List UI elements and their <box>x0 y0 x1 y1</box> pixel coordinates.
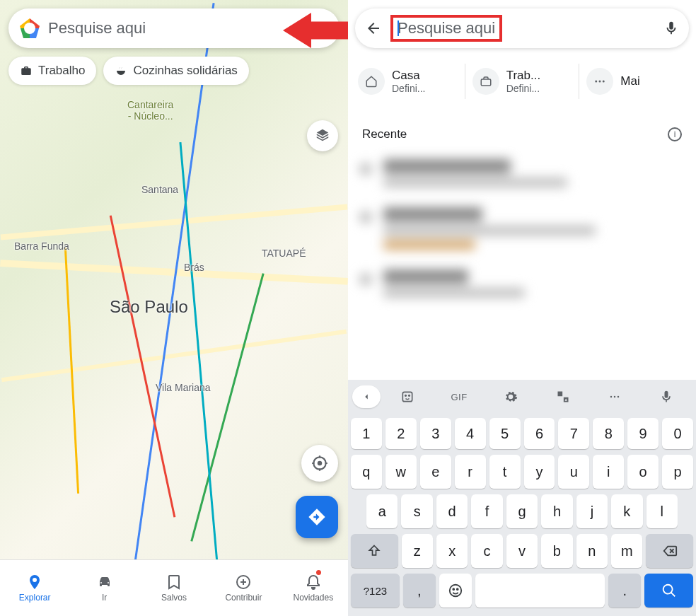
my-location-button[interactable] <box>301 445 338 482</box>
kb-collapse-button[interactable] <box>352 385 381 408</box>
nav-novidades[interactable]: Novidades <box>279 560 348 616</box>
key-n[interactable]: n <box>576 534 608 568</box>
key-i[interactable]: i <box>593 455 624 489</box>
key-symbols[interactable]: ?123 <box>351 574 400 608</box>
nav-salvos[interactable]: Salvos <box>139 560 209 616</box>
nav-explorar[interactable]: Explorar <box>0 560 69 616</box>
info-button[interactable]: i <box>668 127 682 141</box>
key-0[interactable]: 0 <box>662 418 693 449</box>
key-u[interactable]: u <box>558 455 589 489</box>
key-2[interactable]: 2 <box>385 418 417 449</box>
key-e[interactable]: e <box>420 455 451 489</box>
recent-list <box>359 159 685 318</box>
key-o[interactable]: o <box>627 455 659 489</box>
kb-voice-button[interactable] <box>642 380 692 414</box>
map-label-sao-paulo[interactable]: São Paulo <box>110 297 188 317</box>
key-d[interactable]: d <box>436 494 468 528</box>
nav-label: Salvos <box>161 593 187 603</box>
kb-gif-button[interactable]: GIF <box>434 380 484 414</box>
crosshair-icon <box>311 454 329 472</box>
key-period[interactable]: . <box>608 574 641 608</box>
key-j[interactable]: j <box>576 494 608 528</box>
kb-more-button[interactable] <box>589 380 639 414</box>
key-enter[interactable] <box>644 574 693 608</box>
key-9[interactable]: 9 <box>627 418 659 449</box>
home-icon <box>358 68 385 95</box>
plus-circle-icon <box>235 574 252 591</box>
recent-item[interactable] <box>359 207 685 250</box>
shortcut-trabalho[interactable]: Trab... Defini... <box>465 64 580 99</box>
kb-sticker-button[interactable] <box>382 380 432 414</box>
key-emoji[interactable] <box>439 574 472 608</box>
backspace-icon <box>662 543 678 559</box>
key-5[interactable]: 5 <box>489 418 521 449</box>
key-m[interactable]: m <box>611 534 642 568</box>
search-input[interactable]: Pesquise aqui <box>390 15 502 42</box>
shortcut-title: Mai <box>620 74 639 88</box>
chip-cozinhas-solidarias[interactable]: Cozinhas solidárias <box>103 57 248 85</box>
key-g[interactable]: g <box>506 494 538 528</box>
key-a[interactable]: a <box>366 494 398 528</box>
shortcut-casa[interactable]: Casa Defini... <box>351 64 465 99</box>
svg-point-4 <box>596 81 598 83</box>
key-comma[interactable]: , <box>403 574 436 608</box>
voice-search-button[interactable] <box>663 21 679 36</box>
back-button[interactable] <box>365 20 382 37</box>
layers-button[interactable] <box>307 120 338 151</box>
map-label-vila-mariana[interactable]: Vila Mariana <box>156 382 211 393</box>
key-z[interactable]: z <box>402 534 433 568</box>
key-space[interactable] <box>475 574 605 608</box>
search-icon <box>661 583 677 598</box>
recent-item[interactable] <box>359 269 685 298</box>
key-h[interactable]: h <box>541 494 572 528</box>
key-w[interactable]: w <box>385 455 417 489</box>
kb-row-zxcv: z x c v b n m <box>351 534 693 568</box>
nav-contribuir[interactable]: Contribuir <box>209 560 278 616</box>
map-label-barra-funda[interactable]: Barra Funda <box>14 240 69 252</box>
map-label-bras[interactable]: Brás <box>184 262 204 273</box>
key-c[interactable]: c <box>471 534 502 568</box>
kb-row-bottom: ?123 , . <box>351 574 693 608</box>
gear-icon <box>504 390 518 404</box>
key-k[interactable]: k <box>611 494 642 528</box>
directions-fab[interactable] <box>296 496 338 538</box>
kb-translate-button[interactable] <box>538 380 588 414</box>
nav-ir[interactable]: Ir <box>69 560 139 616</box>
kb-settings-button[interactable] <box>486 380 536 414</box>
key-r[interactable]: r <box>455 455 486 489</box>
shortcut-mais[interactable]: Mai <box>579 64 693 99</box>
more-icon <box>586 68 613 95</box>
key-p[interactable]: p <box>662 455 693 489</box>
shortcut-subtitle: Defini... <box>506 83 541 94</box>
chip-label: Trabalho <box>38 64 85 78</box>
recent-title: Recente <box>362 127 407 141</box>
key-t[interactable]: t <box>489 455 521 489</box>
key-6[interactable]: 6 <box>524 418 555 449</box>
kb-row-asdf: a s d f g h j k l <box>351 494 693 528</box>
map-label-cantareira[interactable]: Cantareira - Núcleo... <box>127 99 173 122</box>
map-label-santana[interactable]: Santana <box>141 184 178 195</box>
key-shift[interactable] <box>351 534 398 568</box>
recent-item[interactable] <box>359 159 685 187</box>
key-1[interactable]: 1 <box>351 418 382 449</box>
key-3[interactable]: 3 <box>420 418 451 449</box>
key-v[interactable]: v <box>506 534 538 568</box>
layers-icon <box>315 128 330 144</box>
key-4[interactable]: 4 <box>455 418 486 449</box>
key-7[interactable]: 7 <box>558 418 589 449</box>
key-l[interactable]: l <box>646 494 678 528</box>
maps-search-screen: Pesquise aqui Casa Defini... Trab... Def… <box>348 0 696 616</box>
key-backspace[interactable] <box>646 534 693 568</box>
key-x[interactable]: x <box>436 534 468 568</box>
key-q[interactable]: q <box>351 455 382 489</box>
key-8[interactable]: 8 <box>593 418 624 449</box>
key-y[interactable]: y <box>524 455 555 489</box>
more-icon <box>608 390 622 404</box>
chip-trabalho[interactable]: Trabalho <box>8 57 96 85</box>
key-s[interactable]: s <box>401 494 432 528</box>
key-f[interactable]: f <box>471 494 502 528</box>
google-maps-logo-icon <box>20 18 40 38</box>
key-b[interactable]: b <box>541 534 572 568</box>
map-label-tatuape[interactable]: TATUAPÉ <box>262 248 306 259</box>
sticker-icon <box>400 390 414 404</box>
